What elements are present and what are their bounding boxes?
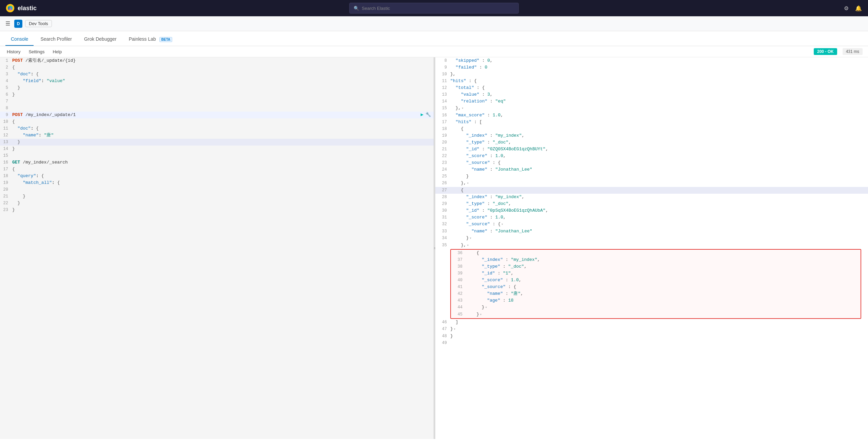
app-breadcrumb-button[interactable]: Dev Tools xyxy=(25,20,52,27)
search-placeholder: Search Elastic xyxy=(362,6,390,11)
output-line: 45 }▾ xyxy=(451,311,861,318)
line-settings-icon[interactable]: 🔧 xyxy=(426,112,431,117)
svg-point-3 xyxy=(8,6,9,10)
line-actions: ▶ 🔧 xyxy=(421,112,434,117)
output-line: 28 "_index" : "my_index", xyxy=(435,194,868,200)
output-line: 11 "hits" : { xyxy=(435,78,868,84)
settings-icon[interactable]: ⚙ xyxy=(842,4,850,12)
status-badge: 200 - OK xyxy=(814,48,837,55)
code-line: 3 "doc": { xyxy=(0,71,434,78)
output-line: 17 "hits" : [ xyxy=(435,119,868,126)
code-line: 18 "query": { xyxy=(0,173,434,179)
output-line: 13 "value" : 3, xyxy=(435,91,868,98)
output-line: 37 "_index" : "my_index", xyxy=(451,256,861,263)
global-search-bar[interactable]: 🔍 Search Elastic xyxy=(349,3,519,14)
global-search-container: 🔍 Search Elastic xyxy=(349,3,519,14)
tab-console[interactable]: Console xyxy=(5,33,34,46)
code-line: 14 } xyxy=(0,146,434,152)
hamburger-menu-icon[interactable]: ☰ xyxy=(5,20,10,27)
code-line-highlighted: 13 } xyxy=(0,139,434,146)
output-line: 10 }, xyxy=(435,71,868,78)
output-line: 49 xyxy=(435,340,868,346)
output-line: 40 "_score" : 1.0, xyxy=(451,277,861,284)
code-line: 23 } xyxy=(0,207,434,213)
output-line: 26 },▾ xyxy=(435,180,868,187)
history-button[interactable]: History xyxy=(5,49,22,55)
help-button[interactable]: Help xyxy=(51,49,63,55)
editor-area: 1 POST /索引名/_update/{id} 2 { 3 "doc": { … xyxy=(0,57,868,439)
code-line: 16 GET /my_index/_search xyxy=(0,159,434,166)
code-line: 4 "field": "value" xyxy=(0,78,434,84)
code-line: 5 } xyxy=(0,84,434,91)
output-line: 39 "_id" : "1", xyxy=(451,270,861,277)
code-line: 7 xyxy=(0,98,434,105)
output-line: 25 } xyxy=(435,173,868,180)
output-line: 12 "total" : { xyxy=(435,84,868,91)
code-line: 19 "match_all": { xyxy=(0,179,434,186)
tab-painless-lab[interactable]: Painless Lab BETA xyxy=(123,33,178,46)
output-line: 43 "age" : 18 xyxy=(451,297,861,304)
code-line: 12 "name": "唐" xyxy=(0,132,434,139)
code-line: 20 xyxy=(0,186,434,193)
output-line-highlighted: 27 { xyxy=(435,187,868,194)
user-avatar: D xyxy=(14,20,22,28)
code-line: 1 POST /索引名/_update/{id} xyxy=(0,57,434,64)
output-line: 19 "_index" : "my_index", xyxy=(435,132,868,139)
output-line: 29 "_type" : "_doc", xyxy=(435,200,868,207)
output-line: 36 { xyxy=(451,250,861,256)
output-line: 15 },▾ xyxy=(435,105,868,112)
code-line: 22 } xyxy=(0,200,434,207)
notifications-icon[interactable]: 🔔 xyxy=(854,4,863,12)
output-line: 32 "_source" : {▾ xyxy=(435,221,868,228)
output-line: 20 "_type" : "_doc", xyxy=(435,139,868,146)
output-line: 35 },▾ xyxy=(435,242,868,249)
response-time: 431 ms xyxy=(843,48,863,55)
code-line: 2 { xyxy=(0,64,434,71)
red-box-section: 36 { 37 "_index" : "my_index", 38 "_type… xyxy=(435,249,861,319)
output-line: 42 "name" : "唐", xyxy=(451,290,861,297)
elastic-logo-icon xyxy=(5,3,15,13)
output-line: 23 "_source" : { xyxy=(435,159,868,166)
code-line: 8 xyxy=(0,105,434,112)
svg-point-4 xyxy=(11,6,13,10)
output-line: 18 { xyxy=(435,126,868,132)
output-line: 38 "_type" : "_doc", xyxy=(451,263,861,270)
output-line: 14 "relation" : "eq" xyxy=(435,98,868,105)
output-line: 9 "failed" : 0 xyxy=(435,64,868,71)
right-output-panel[interactable]: 8 "skipped" : 0, 9 "failed" : 0 10 }, 11… xyxy=(435,57,868,439)
tab-search-profiler[interactable]: Search Profiler xyxy=(35,33,77,46)
code-line: 17 { xyxy=(0,166,434,173)
elastic-wordmark: elastic xyxy=(18,5,37,12)
output-line: 22 "_score" : 1.0, xyxy=(435,153,868,159)
highlighted-result-box: 36 { 37 "_index" : "my_index", 38 "_type… xyxy=(450,249,861,319)
output-line: 8 "skipped" : 0, xyxy=(435,57,868,64)
output-line: 46 ] xyxy=(435,319,868,326)
breadcrumb-bar: ☰ D Dev Tools xyxy=(0,16,868,31)
toolbar: History Settings Help 200 - OK 431 ms xyxy=(0,46,868,57)
nav-icons: ⚙ 🔔 xyxy=(842,4,863,12)
output-line: 31 "_score" : 1.0, xyxy=(435,214,868,221)
code-line: 9 POST /my_index/_update/1 ▶ 🔧 xyxy=(0,112,434,118)
run-button[interactable]: ▶ xyxy=(421,112,423,117)
beta-badge: BETA xyxy=(159,37,172,42)
output-line: 21 "_id" : "0ZQ0SX4BoEG1qzQhBUYt", xyxy=(435,146,868,153)
top-navigation: elastic 🔍 Search Elastic ⚙ 🔔 xyxy=(0,0,868,16)
elastic-logo[interactable]: elastic xyxy=(5,3,37,13)
output-line: 33 "name" : "Jonathan_Lee" xyxy=(435,228,868,235)
code-line: 6 } xyxy=(0,91,434,98)
tab-grok-debugger[interactable]: Grok Debugger xyxy=(79,33,122,46)
output-line: 30 "_id" : "0pSqSX4BoEG1qzQhAUbA", xyxy=(435,207,868,214)
tabs-bar: Console Search Profiler Grok Debugger Pa… xyxy=(0,31,868,46)
output-line: 24 "name" : "Jonathan_Lee" xyxy=(435,166,868,173)
code-line: 15 xyxy=(0,152,434,159)
code-line: 10 { xyxy=(0,118,434,125)
output-line: 48 } xyxy=(435,333,868,340)
output-line: 47 }▾ xyxy=(435,326,868,333)
left-editor-panel[interactable]: 1 POST /索引名/_update/{id} 2 { 3 "doc": { … xyxy=(0,57,434,439)
settings-button[interactable]: Settings xyxy=(27,49,46,55)
code-line: 21 } xyxy=(0,193,434,200)
output-line: 44 }▾ xyxy=(451,304,861,311)
output-line: 34 }▾ xyxy=(435,235,868,242)
output-line: 16 "max_score" : 1.0, xyxy=(435,112,868,119)
search-icon: 🔍 xyxy=(354,6,359,11)
